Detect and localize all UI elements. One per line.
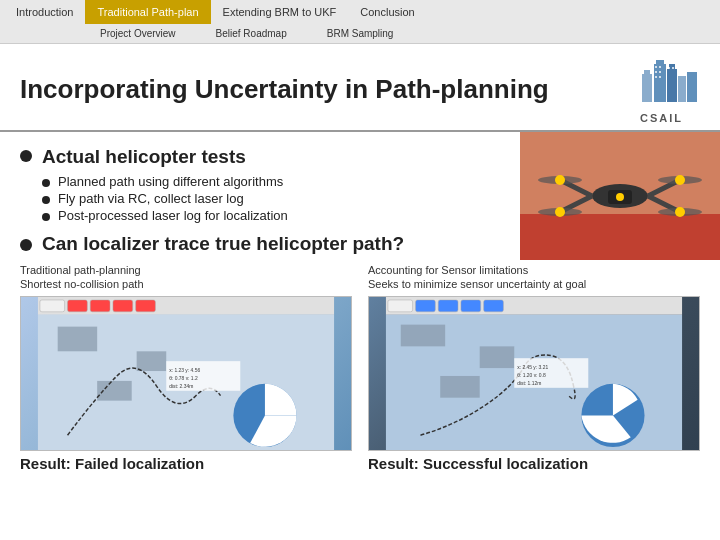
- svg-rect-35: [68, 300, 88, 312]
- svg-rect-12: [655, 76, 657, 78]
- svg-rect-4: [667, 69, 677, 102]
- svg-text:θ: 1.20 v: 0.8: θ: 1.20 v: 0.8: [517, 373, 546, 378]
- bullet-main-text-1: Actual helicopter tests: [42, 146, 246, 168]
- helicopter-image: [520, 132, 720, 260]
- svg-rect-49: [388, 300, 413, 312]
- bullet-dot-large-1: [20, 150, 32, 162]
- svg-rect-52: [461, 300, 481, 312]
- nav-sub-brm[interactable]: BRM Sampling: [307, 26, 414, 41]
- svg-rect-51: [438, 300, 458, 312]
- nav-sub-belief[interactable]: Belief Roadmap: [196, 26, 307, 41]
- nav-sub-bar: Project Overview Belief Roadmap BRM Samp…: [0, 24, 720, 44]
- svg-rect-15: [672, 67, 674, 69]
- svg-rect-0: [642, 74, 652, 102]
- left-image-placeholder: x: 1.23 y: 4.56 θ: 0.78 v: 1.2 dist: 2.3…: [20, 296, 352, 451]
- svg-rect-6: [678, 76, 686, 102]
- svg-rect-42: [137, 351, 167, 371]
- page-title: Incorporating Uncertainty in Path-planni…: [20, 74, 640, 105]
- svg-text:dist: 1.12m: dist: 1.12m: [517, 380, 541, 385]
- svg-rect-57: [480, 346, 515, 368]
- svg-rect-14: [668, 67, 670, 69]
- image-columns: Traditional path-planning Shortest no-co…: [20, 263, 700, 472]
- svg-point-29: [555, 207, 565, 217]
- svg-rect-8: [655, 66, 657, 68]
- left-caption-1: Traditional path-planning: [20, 264, 141, 276]
- csail-logo-icon: [640, 54, 700, 104]
- left-result-label: Result: Failed localization: [20, 455, 352, 472]
- image-col-right: Accounting for Sensor limitations Seeks …: [368, 263, 700, 472]
- svg-rect-41: [58, 326, 97, 351]
- nav-introduction[interactable]: Introduction: [4, 0, 85, 24]
- svg-rect-56: [401, 324, 445, 346]
- nav-conclusion[interactable]: Conclusion: [348, 0, 426, 24]
- svg-rect-36: [90, 300, 110, 312]
- svg-rect-10: [655, 71, 657, 73]
- right-image-placeholder: x: 2.45 y: 3.21 θ: 1.20 v: 0.8 dist: 1.1…: [368, 296, 700, 451]
- nav-bar: Introduction Traditional Path-plan Exten…: [0, 0, 720, 24]
- svg-rect-16: [520, 212, 720, 260]
- main-content: Actual helicopter tests Planned path usi…: [0, 132, 720, 482]
- svg-rect-3: [656, 60, 664, 65]
- right-path-svg: x: 2.45 y: 3.21 θ: 1.20 v: 0.8 dist: 1.1…: [369, 297, 699, 450]
- question-text: Can localizer trace true helicopter path…: [42, 233, 404, 255]
- sub-bullet-text-1: Planned path using different algorithms: [58, 174, 283, 189]
- nav-extending[interactable]: Extending BRM to UKF: [211, 0, 349, 24]
- svg-rect-2: [654, 64, 666, 102]
- right-caption-2: Seeks to minimize sensor uncertainty at …: [368, 278, 586, 290]
- svg-text:dist: 2.34m: dist: 2.34m: [169, 383, 193, 388]
- svg-rect-1: [644, 70, 650, 74]
- svg-point-27: [555, 175, 565, 185]
- left-caption: Traditional path-planning Shortest no-co…: [20, 263, 352, 292]
- sub-bullet-text-2: Fly path via RC, collect laser log: [58, 191, 244, 206]
- right-caption-1: Accounting for Sensor limitations: [368, 264, 528, 276]
- bullet-dot-small-1: [42, 179, 50, 187]
- bullet-dot-large-2: [20, 239, 32, 251]
- svg-point-30: [675, 207, 685, 217]
- svg-point-28: [675, 175, 685, 185]
- svg-text:θ: 0.78 v: 1.2: θ: 0.78 v: 1.2: [169, 376, 198, 381]
- svg-rect-38: [136, 300, 156, 312]
- bullet-dot-small-3: [42, 213, 50, 221]
- sub-bullet-text-3: Post-processed laser log for localizatio…: [58, 208, 288, 223]
- bullet-dot-small-2: [42, 196, 50, 204]
- header-area: Incorporating Uncertainty in Path-planni…: [0, 44, 720, 132]
- left-path-svg: x: 1.23 y: 4.56 θ: 0.78 v: 1.2 dist: 2.3…: [21, 297, 351, 450]
- logo-area: CSAIL: [640, 54, 700, 124]
- nav-sub-project[interactable]: Project Overview: [80, 26, 196, 41]
- left-caption-2: Shortest no-collision path: [20, 278, 144, 290]
- svg-rect-11: [659, 71, 661, 73]
- svg-rect-53: [484, 300, 504, 312]
- logo-text: CSAIL: [640, 112, 700, 124]
- svg-rect-9: [659, 66, 661, 68]
- right-result-label: Result: Successful localization: [368, 455, 700, 472]
- svg-rect-13: [659, 76, 661, 78]
- right-caption: Accounting for Sensor limitations Seeks …: [368, 263, 700, 292]
- svg-text:x: 2.45 y: 3.21: x: 2.45 y: 3.21: [517, 365, 548, 370]
- svg-text:x: 1.23 y: 4.56: x: 1.23 y: 4.56: [169, 368, 200, 373]
- svg-rect-50: [416, 300, 436, 312]
- svg-point-32: [616, 193, 624, 201]
- svg-rect-58: [440, 376, 479, 398]
- svg-rect-7: [687, 72, 697, 102]
- nav-traditional[interactable]: Traditional Path-plan: [85, 0, 210, 24]
- image-col-left: Traditional path-planning Shortest no-co…: [20, 263, 352, 472]
- svg-rect-37: [113, 300, 133, 312]
- svg-rect-34: [40, 300, 65, 312]
